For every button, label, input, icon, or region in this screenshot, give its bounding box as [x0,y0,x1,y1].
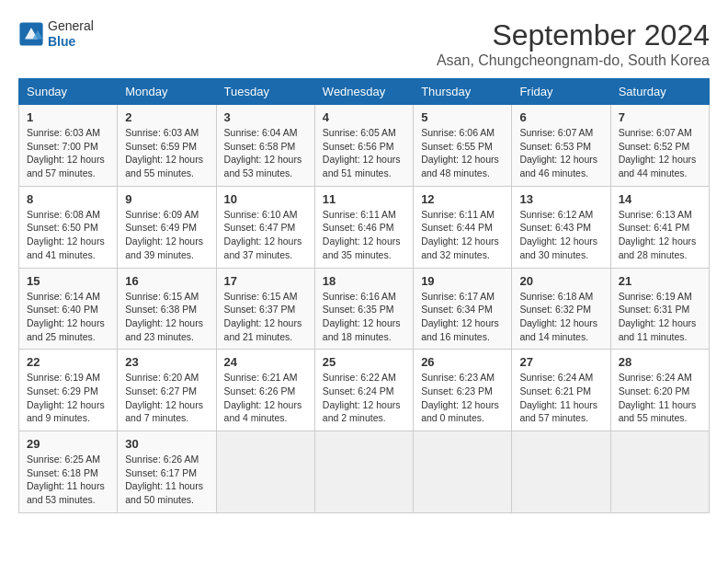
day-26: 26 Sunrise: 6:23 AMSunset: 6:23 PMDaylig… [414,350,512,431]
day-17: 17 Sunrise: 6:15 AMSunset: 6:37 PMDaylig… [216,268,314,350]
day-8: 8 Sunrise: 6:08 AMSunset: 6:50 PMDayligh… [19,186,118,268]
day-29: 29 Sunrise: 6:25 AMSunset: 6:18 PMDaylig… [19,431,118,513]
day-7: 7 Sunrise: 6:07 AMSunset: 6:52 PMDayligh… [610,105,709,187]
col-friday: Friday [512,79,610,105]
day-18: 18 Sunrise: 6:16 AMSunset: 6:35 PMDaylig… [314,268,413,350]
day-9: 9 Sunrise: 6:09 AMSunset: 6:49 PMDayligh… [118,186,216,268]
day-14: 14 Sunrise: 6:13 AMSunset: 6:41 PMDaylig… [610,186,709,268]
page-title: September 2024 [437,18,710,52]
logo-blue: Blue [48,34,94,50]
week-row-1: 1 Sunrise: 6:03 AMSunset: 7:00 PMDayligh… [19,105,710,187]
day-28: 28 Sunrise: 6:24 AMSunset: 6:20 PMDaylig… [610,350,709,431]
col-saturday: Saturday [610,79,709,105]
week-row-3: 15 Sunrise: 6:14 AMSunset: 6:40 PMDaylig… [19,268,710,350]
page-header: General Blue September 2024 Asan, Chungc… [18,18,710,69]
col-thursday: Thursday [414,79,512,105]
empty-cell-3 [414,431,512,513]
day-20: 20 Sunrise: 6:18 AMSunset: 6:32 PMDaylig… [512,268,610,350]
empty-cell-5 [610,431,709,513]
col-wednesday: Wednesday [314,79,413,105]
title-section: September 2024 Asan, Chungcheongnam-do, … [437,18,710,69]
col-tuesday: Tuesday [216,79,314,105]
empty-cell-4 [512,431,610,513]
day-10: 10 Sunrise: 6:10 AMSunset: 6:47 PMDaylig… [216,186,314,268]
logo-icon [18,21,44,47]
day-25: 25 Sunrise: 6:22 AMSunset: 6:24 PMDaylig… [314,350,413,431]
day-5: 5 Sunrise: 6:06 AMSunset: 6:55 PMDayligh… [414,105,512,187]
day-2: 2 Sunrise: 6:03 AMSunset: 6:59 PMDayligh… [118,105,216,187]
col-monday: Monday [118,79,216,105]
week-row-5: 29 Sunrise: 6:25 AMSunset: 6:18 PMDaylig… [19,431,710,513]
day-13: 13 Sunrise: 6:12 AMSunset: 6:43 PMDaylig… [512,186,610,268]
day-3: 3 Sunrise: 6:04 AMSunset: 6:58 PMDayligh… [216,105,314,187]
page-subtitle: Asan, Chungcheongnam-do, South Korea [437,52,710,69]
empty-cell-1 [216,431,314,513]
week-row-2: 8 Sunrise: 6:08 AMSunset: 6:50 PMDayligh… [19,186,710,268]
day-24: 24 Sunrise: 6:21 AMSunset: 6:26 PMDaylig… [216,350,314,431]
week-row-4: 22 Sunrise: 6:19 AMSunset: 6:29 PMDaylig… [19,350,710,431]
day-16: 16 Sunrise: 6:15 AMSunset: 6:38 PMDaylig… [118,268,216,350]
day-19: 19 Sunrise: 6:17 AMSunset: 6:34 PMDaylig… [414,268,512,350]
day-27: 27 Sunrise: 6:24 AMSunset: 6:21 PMDaylig… [512,350,610,431]
day-11: 11 Sunrise: 6:11 AMSunset: 6:46 PMDaylig… [314,186,413,268]
day-12: 12 Sunrise: 6:11 AMSunset: 6:44 PMDaylig… [414,186,512,268]
col-sunday: Sunday [19,79,118,105]
day-23: 23 Sunrise: 6:20 AMSunset: 6:27 PMDaylig… [118,350,216,431]
day-21: 21 Sunrise: 6:19 AMSunset: 6:31 PMDaylig… [610,268,709,350]
day-6: 6 Sunrise: 6:07 AMSunset: 6:53 PMDayligh… [512,105,610,187]
day-22: 22 Sunrise: 6:19 AMSunset: 6:29 PMDaylig… [19,350,118,431]
calendar-table: Sunday Monday Tuesday Wednesday Thursday… [18,78,710,513]
logo-general: General [48,18,94,34]
empty-cell-2 [314,431,413,513]
day-15: 15 Sunrise: 6:14 AMSunset: 6:40 PMDaylig… [19,268,118,350]
day-4: 4 Sunrise: 6:05 AMSunset: 6:56 PMDayligh… [314,105,413,187]
logo: General Blue [18,18,94,50]
calendar-header-row: Sunday Monday Tuesday Wednesday Thursday… [19,79,710,105]
day-1: 1 Sunrise: 6:03 AMSunset: 7:00 PMDayligh… [19,105,118,187]
day-30: 30 Sunrise: 6:26 AMSunset: 6:17 PMDaylig… [118,431,216,513]
